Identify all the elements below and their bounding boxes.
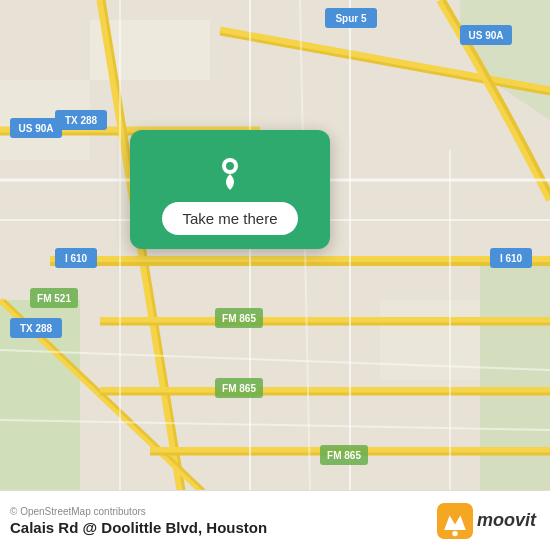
svg-text:FM 865: FM 865 <box>222 313 256 324</box>
svg-text:US 90A: US 90A <box>18 123 53 134</box>
svg-text:Spur 5: Spur 5 <box>335 13 367 24</box>
location-title: Calais Rd @ Doolittle Blvd, Houston <box>10 519 267 536</box>
moovit-brand-text: moovit <box>477 510 536 531</box>
moovit-logo: moovit <box>437 503 536 539</box>
svg-text:FM 521: FM 521 <box>37 293 71 304</box>
svg-text:FM 865: FM 865 <box>222 383 256 394</box>
svg-text:US 90A: US 90A <box>468 30 503 41</box>
bottom-info: © OpenStreetMap contributors Calais Rd @… <box>10 506 267 536</box>
copyright-text: © OpenStreetMap contributors <box>10 506 267 517</box>
map-container: Spur 5 US 90A US 90A TX 288 TX 288 I 610… <box>0 0 550 490</box>
svg-text:FM 865: FM 865 <box>327 450 361 461</box>
svg-rect-6 <box>380 300 480 380</box>
bottom-bar: © OpenStreetMap contributors Calais Rd @… <box>0 490 550 550</box>
svg-text:I 610: I 610 <box>500 253 523 264</box>
svg-point-59 <box>452 530 457 535</box>
moovit-icon <box>437 503 473 539</box>
svg-text:I 610: I 610 <box>65 253 88 264</box>
svg-point-56 <box>226 162 234 170</box>
svg-text:TX 288: TX 288 <box>65 115 98 126</box>
svg-text:TX 288: TX 288 <box>20 323 53 334</box>
location-pin-icon <box>208 148 252 192</box>
location-card: Take me there <box>130 130 330 249</box>
take-me-there-button[interactable]: Take me there <box>162 202 297 235</box>
